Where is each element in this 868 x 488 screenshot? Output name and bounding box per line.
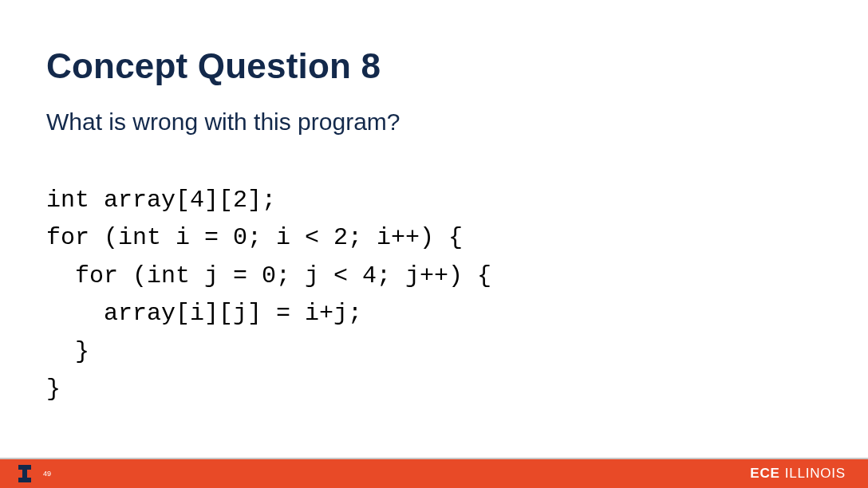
svg-rect-2 [18,478,31,482]
slide-title: Concept Question 8 [46,46,822,86]
question-text: What is wrong with this program? [46,108,822,136]
code-block: int array[4][2]; for (int i = 0; i < 2; … [46,182,822,408]
slide-content: Concept Question 8 What is wrong with th… [46,46,822,408]
page-number: 49 [43,470,51,478]
footer-bar: 49 ECE ILLINOIS [0,459,868,488]
dept-label: ECE [750,466,779,482]
footer-left: 49 [18,464,51,483]
footer-branding: ECE ILLINOIS [750,466,846,482]
school-label: ILLINOIS [785,466,846,482]
illinois-block-i-icon [18,464,32,483]
slide: Concept Question 8 What is wrong with th… [0,0,868,488]
